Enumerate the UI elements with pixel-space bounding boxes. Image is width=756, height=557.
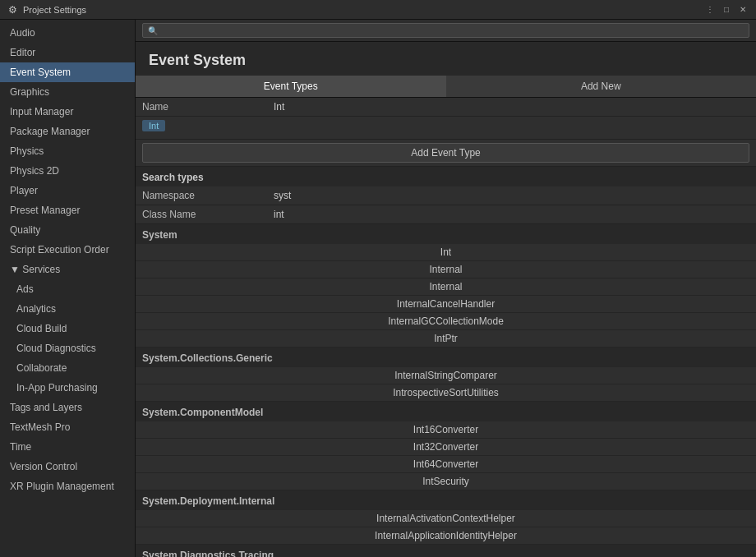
- search-container[interactable]: 🔍: [142, 23, 749, 38]
- tab-bar: Event TypesAdd New: [136, 76, 756, 98]
- namespace-header-system-diagnostics-tracing: System.Diagnostics.Tracing: [136, 546, 756, 557]
- result-item-text: InternalActivationContextHelper: [376, 513, 515, 524]
- namespace-label: Namespace: [142, 190, 274, 201]
- classname-value: int: [274, 209, 749, 220]
- maximize-btn[interactable]: □: [720, 3, 733, 16]
- result-item-text: InternalCancelHandler: [397, 298, 495, 310]
- search-bar: 🔍: [136, 20, 756, 42]
- result-item-text: Internal: [429, 264, 462, 275]
- name-field-row: Name Int: [136, 98, 756, 117]
- classname-field-row: Class Name int: [136, 205, 756, 224]
- sidebar-item-cloud-build[interactable]: Cloud Build: [0, 319, 135, 338]
- sidebar-item-script-execution-order[interactable]: Script Execution Order: [0, 240, 135, 260]
- result-item[interactable]: InternalStringComparer: [136, 367, 756, 384]
- sidebar-item-editor[interactable]: Editor: [0, 43, 135, 62]
- content-area: 🔍 Event System Event TypesAdd New Name I…: [136, 20, 756, 557]
- int-tag: Int: [142, 120, 165, 131]
- result-item[interactable]: Int32Converter: [136, 439, 756, 456]
- close-btn[interactable]: ✕: [736, 3, 749, 16]
- result-item-text: InternalStringComparer: [394, 370, 497, 381]
- result-item-text: Int32Converter: [413, 441, 478, 453]
- result-item[interactable]: Int: [136, 244, 756, 261]
- title-bar: ⚙ Project Settings ⋮ □ ✕: [0, 0, 756, 20]
- result-item-text: IntPtr: [434, 333, 458, 344]
- result-item[interactable]: InternalGCCollectionMode: [136, 313, 756, 330]
- search-types-header: Search types: [136, 167, 756, 186]
- sidebar-item-services[interactable]: ▼ Services: [0, 260, 135, 279]
- namespace-value: syst: [274, 190, 749, 201]
- more-btn[interactable]: ⋮: [703, 3, 717, 16]
- sidebar-item-player[interactable]: Player: [0, 181, 135, 200]
- tag-row: Int: [136, 117, 756, 140]
- sidebar-item-collaborate[interactable]: Collaborate: [0, 358, 135, 378]
- result-item[interactable]: Internal: [136, 261, 756, 278]
- namespace-header-system: System: [136, 226, 756, 244]
- result-item-text: Int16Converter: [413, 424, 478, 435]
- results-area: SystemIntInternalInternalInternalCancelH…: [136, 224, 756, 557]
- sidebar-item-audio[interactable]: Audio: [0, 23, 135, 43]
- sidebar-item-physics[interactable]: Physics: [0, 141, 135, 161]
- panel-title: Event System: [136, 42, 756, 76]
- sidebar-item-package-manager[interactable]: Package Manager: [0, 122, 135, 141]
- sidebar-item-in-app-purchasing[interactable]: In-App Purchasing: [0, 378, 135, 398]
- result-item[interactable]: IntPtr: [136, 330, 756, 348]
- sidebar-item-preset-manager[interactable]: Preset Manager: [0, 200, 135, 220]
- sidebar-item-cloud-diagnostics[interactable]: Cloud Diagnostics: [0, 338, 135, 358]
- app-icon: ⚙: [7, 4, 18, 16]
- result-item-text: IntrospectiveSortUtilities: [393, 387, 499, 398]
- sidebar-item-graphics[interactable]: Graphics: [0, 82, 135, 102]
- sidebar-item-analytics[interactable]: Analytics: [0, 299, 135, 319]
- result-item[interactable]: Int64Converter: [136, 456, 756, 473]
- add-btn-row: Add Event Type: [136, 140, 756, 167]
- sidebar-item-tags-and-layers[interactable]: Tags and Layers: [0, 398, 135, 417]
- result-item[interactable]: IntrospectiveSortUtilities: [136, 384, 756, 402]
- tab-event-types[interactable]: Event Types: [136, 76, 446, 97]
- event-system-panel: Event System Event TypesAdd New Name Int…: [136, 42, 756, 557]
- sidebar-item-quality[interactable]: Quality: [0, 220, 135, 240]
- tab-add-new[interactable]: Add New: [446, 76, 757, 97]
- window-controls: ⋮ □ ✕: [703, 3, 749, 16]
- sidebar-item-textmesh-pro[interactable]: TextMesh Pro: [0, 417, 135, 437]
- namespace-field-row: Namespace syst: [136, 186, 756, 205]
- result-item-text: Internal: [429, 281, 462, 292]
- result-item-text: Int: [440, 246, 451, 258]
- panel-body: Name Int Int Add Event Type Search types…: [136, 98, 756, 557]
- result-item[interactable]: InternalApplicationIdentityHelper: [136, 527, 756, 545]
- sidebar-item-version-control[interactable]: Version Control: [0, 457, 135, 476]
- window-title: Project Settings: [23, 5, 703, 15]
- result-item-text: Int64Converter: [413, 458, 478, 470]
- sidebar-item-input-manager[interactable]: Input Manager: [0, 102, 135, 122]
- result-item-text: IntSecurity: [422, 476, 469, 487]
- search-icon: 🔍: [148, 26, 158, 35]
- classname-label: Class Name: [142, 209, 274, 220]
- name-label: Name: [142, 101, 274, 113]
- namespace-header-system-componentmodel: System.ComponentModel: [136, 403, 756, 421]
- add-event-type-button[interactable]: Add Event Type: [142, 143, 749, 163]
- result-item-text: InternalApplicationIdentityHelper: [375, 530, 517, 541]
- name-value: Int: [274, 101, 749, 113]
- namespace-header-system-collections-generic: System.Collections.Generic: [136, 349, 756, 367]
- result-item[interactable]: InternalActivationContextHelper: [136, 510, 756, 527]
- sidebar-item-ads[interactable]: Ads: [0, 279, 135, 299]
- sidebar-item-physics-2d[interactable]: Physics 2D: [0, 161, 135, 181]
- result-item[interactable]: InternalCancelHandler: [136, 296, 756, 313]
- namespace-header-system-deployment-internal: System.Deployment.Internal: [136, 492, 756, 510]
- sidebar: AudioEditorEvent SystemGraphicsInput Man…: [0, 20, 136, 557]
- sidebar-item-xr-plugin-management[interactable]: XR Plugin Management: [0, 476, 135, 496]
- result-item[interactable]: Int16Converter: [136, 421, 756, 439]
- search-input[interactable]: [161, 25, 744, 35]
- sidebar-item-time[interactable]: Time: [0, 437, 135, 457]
- main-container: AudioEditorEvent SystemGraphicsInput Man…: [0, 20, 756, 557]
- sidebar-item-event-system[interactable]: Event System: [0, 62, 135, 82]
- result-item[interactable]: Internal: [136, 278, 756, 296]
- result-item[interactable]: IntSecurity: [136, 473, 756, 490]
- result-item-text: InternalGCCollectionMode: [388, 315, 504, 327]
